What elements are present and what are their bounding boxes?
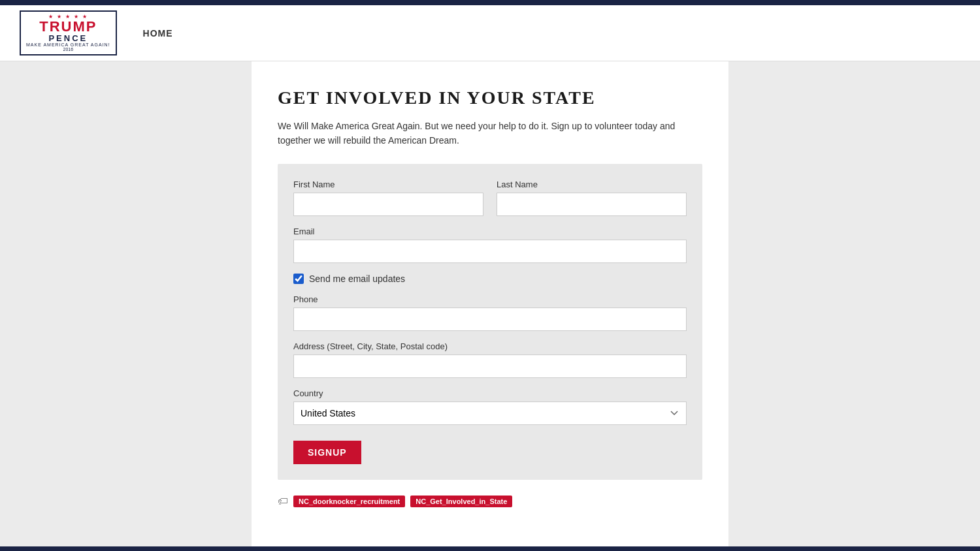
address-input[interactable]: [293, 354, 687, 378]
last-name-group: Last Name: [497, 180, 687, 216]
top-bar: [0, 0, 980, 5]
main-nav: HOME: [143, 27, 173, 39]
tag-1: NC_doorknocker_recruitment: [293, 496, 405, 507]
logo-tagline: MAKE AMERICA GREAT AGAIN!: [26, 42, 110, 47]
phone-label: Phone: [293, 294, 687, 304]
country-label: Country: [293, 388, 687, 398]
phone-group: Phone: [293, 294, 687, 331]
first-name-group: First Name: [293, 180, 483, 216]
email-row: Email: [293, 227, 687, 263]
email-input[interactable]: [293, 240, 687, 263]
country-select[interactable]: United States Canada United Kingdom Othe…: [293, 401, 687, 425]
logo-trump: TRUMP: [39, 20, 97, 34]
page-description: We Will Make America Great Again. But we…: [278, 119, 702, 148]
content-panel: GET INVOLVED IN YOUR STATE We Will Make …: [252, 61, 728, 546]
logo-pence: PENCE: [48, 34, 88, 42]
logo-area: ★ ★ ★ ★ ★ TRUMP PENCE MAKE AMERICA GREAT…: [20, 10, 117, 55]
address-label: Address (Street, City, State, Postal cod…: [293, 341, 687, 351]
phone-input[interactable]: [293, 307, 687, 331]
logo-box: ★ ★ ★ ★ ★ TRUMP PENCE MAKE AMERICA GREAT…: [20, 10, 117, 55]
name-row: First Name Last Name: [293, 180, 687, 216]
tag-2: NC_Get_Involved_in_State: [410, 496, 512, 507]
last-name-input[interactable]: [497, 193, 687, 216]
main-wrapper: GET INVOLVED IN YOUR STATE We Will Make …: [0, 61, 980, 546]
page-title: GET INVOLVED IN YOUR STATE: [278, 87, 702, 108]
last-name-label: Last Name: [497, 180, 687, 189]
header: ★ ★ ★ ★ ★ TRUMP PENCE MAKE AMERICA GREAT…: [0, 5, 980, 61]
phone-row: Phone: [293, 294, 687, 331]
first-name-input[interactable]: [293, 193, 483, 216]
country-row: Country United States Canada United King…: [293, 388, 687, 425]
signup-button[interactable]: SIGNUP: [293, 441, 361, 464]
address-group: Address (Street, City, State, Postal cod…: [293, 341, 687, 378]
email-group: Email: [293, 227, 687, 263]
email-updates-row: Send me email updates: [293, 274, 687, 284]
country-group: Country United States Canada United King…: [293, 388, 687, 425]
footer: Paid for by Donald J. Trump for Presiden…: [0, 546, 980, 551]
logo-year: 2016: [63, 47, 74, 52]
email-updates-checkbox[interactable]: [293, 274, 304, 284]
tags-area: 🏷 NC_doorknocker_recruitment NC_Get_Invo…: [278, 496, 702, 507]
email-label: Email: [293, 227, 687, 236]
tag-icon: 🏷: [278, 496, 288, 507]
email-updates-label: Send me email updates: [309, 274, 405, 284]
address-row: Address (Street, City, State, Postal cod…: [293, 341, 687, 378]
nav-home[interactable]: HOME: [143, 28, 173, 39]
first-name-label: First Name: [293, 180, 483, 189]
signup-form: First Name Last Name Email Send me email: [278, 164, 702, 480]
